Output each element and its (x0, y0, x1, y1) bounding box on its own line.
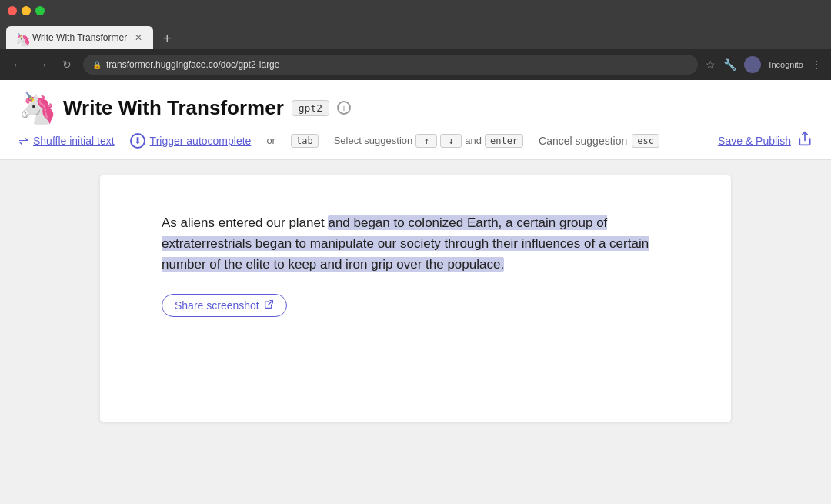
and-text: and (465, 135, 482, 146)
new-tab-button[interactable]: + (156, 28, 178, 49)
tab-close-icon[interactable]: ✕ (133, 32, 144, 43)
minimize-button[interactable] (22, 6, 31, 15)
tab-title: Write With Transformer (32, 32, 127, 43)
or-text: or (266, 135, 275, 146)
profile-button[interactable] (744, 56, 761, 73)
svg-line-1 (268, 300, 272, 305)
editor-card: As aliens entered our planet and began t… (100, 175, 731, 422)
lock-icon: 🔒 (92, 61, 102, 69)
address-box[interactable]: 🔒 transformer.huggingface.co/doc/gpt2-la… (83, 55, 698, 75)
save-publish-area: Save & Publish (718, 131, 813, 150)
reload-button[interactable]: ↻ (58, 56, 75, 73)
model-badge: gpt2 (292, 100, 329, 116)
info-icon[interactable]: i (337, 101, 351, 115)
title-bar (0, 0, 831, 22)
suggestion-nav: Select suggestion ↑ ↓ and enter (334, 134, 523, 148)
maximize-button[interactable] (35, 6, 45, 15)
toolbar: ⇌ Shuffle initial text ⬇ Trigger autocom… (18, 131, 813, 150)
esc-key: esc (632, 134, 659, 148)
main-area: As aliens entered our planet and began t… (0, 160, 831, 504)
browser-frame: 🦄 Write With Transformer ✕ + ← → ↻ 🔒 tra… (0, 0, 831, 504)
share-icon-button[interactable] (797, 131, 813, 150)
close-button[interactable] (8, 6, 17, 15)
share-screenshot-button[interactable]: Share screenshot (162, 294, 287, 317)
address-bar: ← → ↻ 🔒 transformer.huggingface.co/doc/g… (0, 49, 831, 80)
page-content: 🦄 Write With Transformer gpt2 i ⇌ Shuffl… (0, 80, 831, 504)
share-screenshot-label: Share screenshot (175, 299, 259, 312)
enter-key: enter (485, 134, 523, 148)
extensions-icon[interactable]: 🔧 (723, 58, 736, 71)
forward-button[interactable]: → (34, 56, 51, 73)
browser-actions: ☆ 🔧 Incognito ⋮ (706, 56, 822, 73)
trigger-autocomplete-item[interactable]: ⬇ Trigger autocomplete (130, 133, 252, 149)
address-url: transformer.huggingface.co/doc/gpt2-larg… (106, 59, 279, 70)
app-title-group: Write With Transformer gpt2 i (63, 96, 351, 120)
select-label: Select suggestion (334, 135, 413, 146)
up-key: ↑ (416, 134, 437, 148)
trigger-label: Trigger autocomplete (150, 135, 252, 147)
traffic-lights (8, 6, 45, 15)
external-link-icon (264, 299, 274, 312)
active-tab[interactable]: 🦄 Write With Transformer ✕ (6, 26, 153, 49)
app-header: 🦄 Write With Transformer gpt2 i ⇌ Shuffl… (0, 80, 831, 160)
tab-key: tab (291, 134, 319, 148)
back-button[interactable]: ← (9, 56, 26, 73)
text-before: As aliens entered our planet (162, 215, 328, 230)
menu-icon[interactable]: ⋮ (811, 58, 822, 71)
shuffle-label: Shuffle initial text (33, 135, 115, 147)
tab-favicon: 🦄 (15, 32, 26, 43)
shuffle-icon: ⇌ (18, 133, 28, 148)
app-logo-row: 🦄 Write With Transformer gpt2 i (18, 92, 813, 123)
bookmark-icon[interactable]: ☆ (706, 58, 716, 71)
down-key: ↓ (440, 134, 462, 148)
shuffle-item[interactable]: ⇌ Shuffle initial text (18, 133, 115, 148)
unicorn-logo: 🦄 (18, 92, 57, 123)
save-publish-button[interactable]: Save & Publish (718, 135, 791, 147)
cancel-label: Cancel suggestion (539, 135, 627, 147)
cancel-suggestion: Cancel suggestion esc (539, 134, 659, 148)
tab-bar: 🦄 Write With Transformer ✕ + (0, 22, 831, 49)
trigger-icon: ⬇ (130, 133, 145, 149)
incognito-label: Incognito (769, 60, 803, 69)
app-title: Write With Transformer (63, 96, 284, 120)
editor-text: As aliens entered our planet and began t… (162, 212, 669, 275)
